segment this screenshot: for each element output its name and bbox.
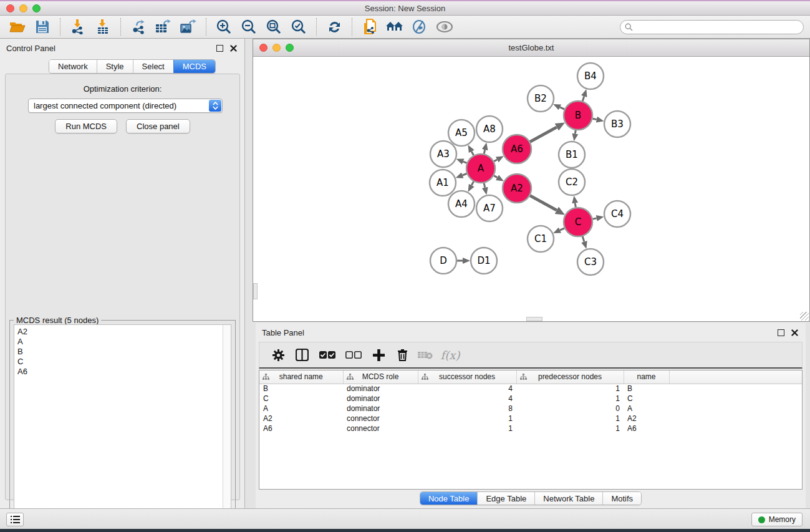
- mcds-result-item[interactable]: B: [17, 347, 231, 357]
- column-header-MCDS-role[interactable]: MCDS role: [343, 370, 418, 384]
- mcds-result-list[interactable]: A2ABCA6: [14, 324, 231, 528]
- table-cell[interactable]: A6: [624, 423, 669, 433]
- search-field[interactable]: [620, 20, 804, 34]
- memory-button[interactable]: Memory: [751, 513, 803, 526]
- tab-network[interactable]: Network: [49, 60, 97, 73]
- tab-motifs[interactable]: Motifs: [602, 492, 641, 505]
- horizontal-scrollbar-thumb[interactable]: [526, 317, 542, 321]
- table-row[interactable]: Cdominator41C: [259, 394, 802, 404]
- table-row[interactable]: Adominator80A: [259, 404, 802, 414]
- table-cell[interactable]: 1: [516, 423, 624, 433]
- graph-node-A[interactable]: A: [466, 154, 495, 183]
- close-mcds-panel-button[interactable]: Close panel: [126, 119, 190, 133]
- column-header-name[interactable]: name: [624, 370, 669, 384]
- table-cell[interactable]: B: [259, 384, 343, 394]
- graph-node-C4[interactable]: C4: [604, 201, 630, 227]
- column-header-successor-nodes[interactable]: successor nodes: [418, 370, 516, 384]
- zoom-selected-button[interactable]: [286, 17, 311, 37]
- run-mcds-button[interactable]: Run MCDS: [55, 119, 117, 133]
- column-header-shared-name[interactable]: shared name: [259, 370, 343, 384]
- tab-mcds[interactable]: MCDS: [173, 60, 215, 73]
- table-cell[interactable]: dominator: [343, 404, 418, 414]
- graph-node-A8[interactable]: A8: [476, 116, 503, 142]
- table-cell[interactable]: 8: [418, 404, 516, 414]
- table-cell[interactable]: 1: [516, 414, 624, 423]
- table-cell[interactable]: 4: [418, 394, 516, 404]
- new-network-from-selection-button[interactable]: [357, 17, 382, 37]
- select-all-button[interactable]: [314, 346, 340, 364]
- optimization-criterion-select[interactable]: largest connected component (directed): [28, 99, 223, 113]
- task-history-button[interactable]: [6, 513, 24, 526]
- tab-edge-table[interactable]: Edge Table: [477, 492, 534, 505]
- table-cell[interactable]: 1: [516, 394, 624, 404]
- deselect-all-button[interactable]: [340, 346, 367, 364]
- zoom-out-button[interactable]: [236, 17, 261, 37]
- delete-column-button[interactable]: [390, 346, 414, 364]
- table-settings-button[interactable]: [267, 346, 289, 364]
- graph-node-D1[interactable]: D1: [471, 248, 497, 274]
- tab-select[interactable]: Select: [133, 60, 173, 73]
- table-cell[interactable]: connector: [343, 423, 418, 433]
- float-panel-button[interactable]: [215, 43, 224, 53]
- graph-node-C[interactable]: C: [564, 208, 592, 236]
- vertical-scrollbar-thumb[interactable]: [253, 283, 258, 299]
- close-panel-button[interactable]: [228, 43, 238, 53]
- graph-node-C1[interactable]: C1: [528, 226, 554, 252]
- export-table-button[interactable]: [151, 17, 176, 37]
- table-row[interactable]: A6connector11A6: [259, 423, 802, 433]
- table-cell[interactable]: A2: [624, 414, 669, 423]
- tab-node-table[interactable]: Node Table: [420, 492, 478, 505]
- table-cell[interactable]: 0: [516, 404, 624, 414]
- table-cell[interactable]: C: [259, 394, 343, 404]
- graph-node-A1[interactable]: A1: [430, 170, 456, 196]
- search-input[interactable]: [633, 22, 803, 33]
- table-cell[interactable]: C: [624, 394, 669, 404]
- table-cell[interactable]: 1: [418, 414, 516, 423]
- table-row[interactable]: Bdominator41B: [259, 384, 802, 394]
- show-all-button[interactable]: [432, 17, 457, 37]
- show-columns-button[interactable]: [289, 346, 314, 364]
- graph-node-A5[interactable]: A5: [448, 120, 475, 146]
- graph-node-B1[interactable]: B1: [559, 142, 585, 168]
- mcds-result-item[interactable]: A2: [17, 327, 231, 337]
- graph-node-A2[interactable]: A2: [503, 174, 531, 203]
- graph-node-B2[interactable]: B2: [528, 85, 554, 112]
- table-cell[interactable]: dominator: [343, 394, 418, 404]
- graph-node-A3[interactable]: A3: [430, 141, 456, 167]
- graph-node-C2[interactable]: C2: [559, 169, 585, 195]
- zoom-fit-button[interactable]: [261, 17, 286, 37]
- table-cell[interactable]: B: [624, 384, 669, 394]
- table-cell[interactable]: A: [624, 404, 669, 414]
- save-session-button[interactable]: [30, 17, 55, 37]
- first-neighbors-button[interactable]: [382, 17, 407, 37]
- graph-node-B3[interactable]: B3: [604, 111, 630, 137]
- table-cell[interactable]: A2: [259, 414, 343, 423]
- table-cell[interactable]: A: [259, 404, 343, 414]
- open-session-button[interactable]: [5, 17, 30, 37]
- tab-style[interactable]: Style: [97, 60, 133, 73]
- close-table-panel-button[interactable]: [789, 327, 799, 337]
- float-table-panel-button[interactable]: [776, 327, 786, 337]
- zoom-in-button[interactable]: [211, 17, 236, 37]
- mcds-result-item[interactable]: C: [17, 357, 231, 367]
- graph-node-A7[interactable]: A7: [476, 195, 503, 221]
- mcds-result-item[interactable]: A6: [17, 367, 231, 377]
- table-cell[interactable]: 1: [418, 423, 516, 433]
- column-header-predecessor-nodes[interactable]: predecessor nodes: [516, 370, 624, 384]
- graph-node-A6[interactable]: A6: [503, 135, 531, 163]
- import-table-button[interactable]: [90, 17, 115, 37]
- table-row[interactable]: A2connector11A2: [259, 414, 802, 423]
- graph-node-B4[interactable]: B4: [577, 63, 604, 89]
- refresh-button[interactable]: [322, 17, 347, 37]
- table-cell[interactable]: A6: [259, 423, 343, 433]
- table-cell[interactable]: 1: [516, 384, 624, 394]
- network-canvas[interactable]: B4B2BB3A8A5A6A3B1AC2A1A2A4A7C4CC1DD1C3: [253, 57, 809, 321]
- table-cell[interactable]: dominator: [343, 384, 418, 394]
- graph-node-D[interactable]: D: [430, 248, 456, 274]
- table-cell[interactable]: connector: [343, 414, 418, 423]
- export-network-button[interactable]: [126, 17, 151, 37]
- hide-selected-button[interactable]: [407, 17, 432, 37]
- result-scrollbar[interactable]: [223, 325, 231, 528]
- export-image-button[interactable]: [176, 17, 201, 37]
- window-resize-grip[interactable]: [800, 312, 809, 321]
